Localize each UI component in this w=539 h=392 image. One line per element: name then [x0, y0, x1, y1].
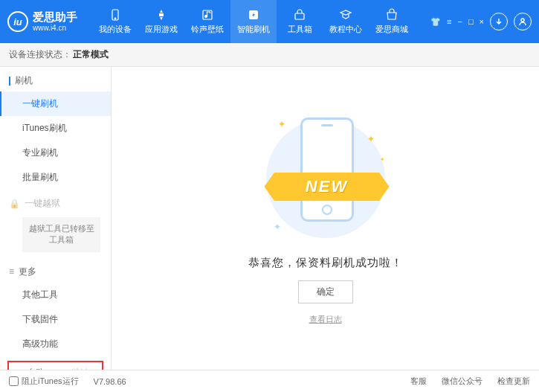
nav-smart-flash[interactable]: 智能刷机 — [230, 0, 277, 43]
logo-icon: iu — [7, 11, 28, 32]
minimize-icon[interactable]: − — [457, 17, 462, 26]
footer-link-support[interactable]: 客服 — [410, 376, 427, 387]
maximize-icon[interactable]: □ — [468, 17, 474, 26]
more-icon: ≡ — [9, 266, 14, 277]
footer-link-update[interactable]: 检查更新 — [497, 376, 530, 387]
menu-icon[interactable]: ≡ — [447, 17, 451, 26]
window-controls: 👕 ≡ − □ × — [430, 13, 532, 30]
nav-store[interactable]: 爱思商城 — [369, 0, 415, 43]
skin-icon[interactable]: 👕 — [430, 17, 441, 27]
download-button[interactable] — [490, 13, 508, 30]
app-title: 爱思助手 — [33, 11, 77, 24]
sidebar: 刷机 一键刷机 iTunes刷机 专业刷机 批量刷机 🔒 一键越狱 越狱工具已转… — [0, 67, 112, 370]
footer-bar: 阻止iTunes运行 V7.98.66 客服 微信公众号 检查更新 — [0, 370, 539, 392]
user-button[interactable] — [514, 13, 532, 30]
apps-icon — [155, 8, 168, 22]
options-box: 自动激活 跳过向导 — [7, 361, 103, 370]
checkbox-block-itunes[interactable]: 阻止iTunes运行 — [9, 376, 79, 387]
sidebar-item-other-tools[interactable]: 其他工具 — [0, 283, 111, 307]
sidebar-section-flash[interactable]: 刷机 — [0, 67, 111, 91]
sidebar-item-onekey-flash[interactable]: 一键刷机 — [0, 91, 111, 116]
success-illustration: ✦ ✦ ✦ ✦ NEW — [259, 112, 393, 245]
sidebar-item-advanced[interactable]: 高级功能 — [0, 332, 111, 356]
device-icon — [109, 8, 122, 22]
store-icon — [385, 8, 398, 22]
status-bar: 设备连接状态： 正常模式 — [0, 43, 539, 67]
sidebar-section-jailbreak: 🔒 一键越狱 — [0, 190, 111, 214]
new-ribbon: NEW — [265, 173, 390, 201]
status-value: 正常模式 — [73, 48, 109, 61]
sidebar-item-download-firmware[interactable]: 下载固件 — [0, 307, 111, 332]
success-message: 恭喜您，保资料刷机成功啦！ — [248, 256, 403, 270]
footer-link-wechat[interactable]: 微信公众号 — [442, 376, 482, 387]
status-label: 设备连接状态： — [9, 48, 71, 61]
sidebar-item-pro-flash[interactable]: 专业刷机 — [0, 141, 111, 165]
version-label: V7.98.66 — [94, 377, 126, 386]
tutorial-icon — [339, 8, 352, 22]
flash-icon — [247, 8, 260, 22]
logo: iu 爱思助手 www.i4.cn — [7, 11, 77, 32]
nav-my-device[interactable]: 我的设备 — [92, 0, 138, 43]
view-log-link[interactable]: 查看日志 — [309, 314, 342, 325]
nav-tutorials[interactable]: 教程中心 — [323, 0, 369, 43]
app-header: iu 爱思助手 www.i4.cn 我的设备 应用游戏 铃声壁纸 智能刷机 工具… — [0, 0, 539, 43]
svg-rect-5 — [295, 13, 304, 19]
sidebar-item-batch-flash[interactable]: 批量刷机 — [0, 165, 111, 190]
jailbreak-note: 越狱工具已转移至 工具箱 — [22, 217, 100, 252]
lock-icon: 🔒 — [9, 199, 20, 209]
app-url: www.i4.cn — [33, 24, 77, 32]
main-nav: 我的设备 应用游戏 铃声壁纸 智能刷机 工具箱 教程中心 爱思商城 — [92, 0, 430, 43]
svg-point-6 — [521, 19, 524, 22]
svg-point-1 — [114, 18, 116, 19]
ringtone-icon — [201, 8, 214, 22]
ok-button[interactable]: 确定 — [298, 280, 353, 303]
toolbox-icon — [293, 8, 306, 22]
close-icon[interactable]: × — [480, 17, 484, 26]
sidebar-item-itunes-flash[interactable]: iTunes刷机 — [0, 116, 111, 141]
nav-ringtones[interactable]: 铃声壁纸 — [184, 0, 230, 43]
main-content: ✦ ✦ ✦ ✦ NEW 恭喜您，保资料刷机成功啦！ 确定 查看日志 — [112, 67, 539, 370]
nav-apps-games[interactable]: 应用游戏 — [138, 0, 184, 43]
sidebar-section-more[interactable]: ≡ 更多 — [0, 258, 111, 283]
nav-toolbox[interactable]: 工具箱 — [277, 0, 323, 43]
